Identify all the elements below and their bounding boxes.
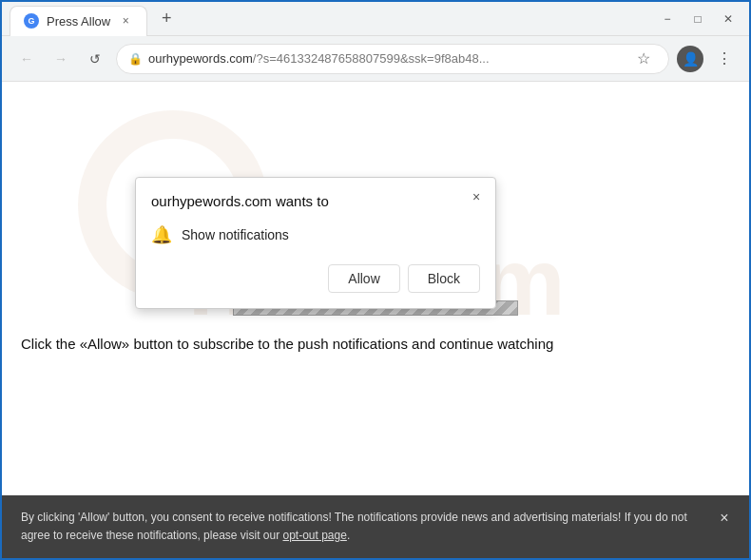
popup-buttons: Allow Block	[151, 264, 480, 293]
close-window-button[interactable]: ✕	[715, 6, 741, 32]
titlebar: G Press Allow × + − □ ✕	[2, 2, 749, 36]
menu-button[interactable]: ⋮	[711, 46, 738, 72]
consent-text: By clicking 'Allow' button, you consent …	[21, 511, 687, 542]
bell-icon: 🔔	[151, 224, 172, 245]
popup-title: ourhypewords.com wants to	[151, 193, 480, 209]
profile-button[interactable]: 👤	[677, 46, 703, 72]
url-text: ourhypewords.com/?s=461332487658807599&s…	[148, 51, 625, 66]
forward-button[interactable]: →	[48, 46, 74, 72]
tab-area: G Press Allow × +	[10, 4, 654, 34]
back-button[interactable]: ←	[13, 46, 40, 72]
url-domain: ourhypewords.com	[148, 51, 253, 66]
consent-bar: By clicking 'Allow' button, you consent …	[2, 495, 749, 558]
window-controls: − □ ✕	[654, 6, 741, 32]
block-button[interactable]: Block	[408, 264, 480, 293]
reload-button[interactable]: ↺	[82, 46, 108, 72]
consent-text-end: .	[347, 529, 350, 542]
allow-button[interactable]: Allow	[328, 264, 399, 293]
maximize-button[interactable]: □	[684, 6, 711, 32]
tab-close-button[interactable]: ×	[118, 13, 133, 29]
opt-out-link[interactable]: opt-out page	[282, 529, 346, 542]
active-tab[interactable]: G Press Allow ×	[10, 6, 147, 36]
tab-favicon: G	[24, 13, 39, 29]
popup-close-button[interactable]: ×	[467, 187, 486, 206]
tab-title: Press Allow	[47, 14, 110, 29]
new-tab-button[interactable]: +	[153, 6, 180, 32]
notification-label: Show notifications	[182, 227, 289, 242]
notification-row: 🔔 Show notifications	[151, 221, 480, 249]
url-path: /?s=461332487658807599&ssk=9f8ab48...	[253, 51, 490, 66]
content-area: risk.com × ourhypewords.com wants to 🔔 S…	[2, 82, 749, 481]
description-text: Click the «Allow» button to subscribe to…	[21, 334, 730, 356]
minimize-button[interactable]: −	[654, 6, 681, 32]
consent-close-button[interactable]: ×	[713, 507, 736, 530]
notification-popup: × ourhypewords.com wants to 🔔 Show notif…	[135, 177, 496, 309]
url-bar[interactable]: 🔒 ourhypewords.com/?s=461332487658807599…	[116, 44, 669, 74]
bookmark-icon[interactable]: ☆	[630, 46, 657, 72]
addressbar: ← → ↺ 🔒 ourhypewords.com/?s=461332487658…	[2, 36, 749, 82]
lock-icon: 🔒	[128, 52, 143, 66]
